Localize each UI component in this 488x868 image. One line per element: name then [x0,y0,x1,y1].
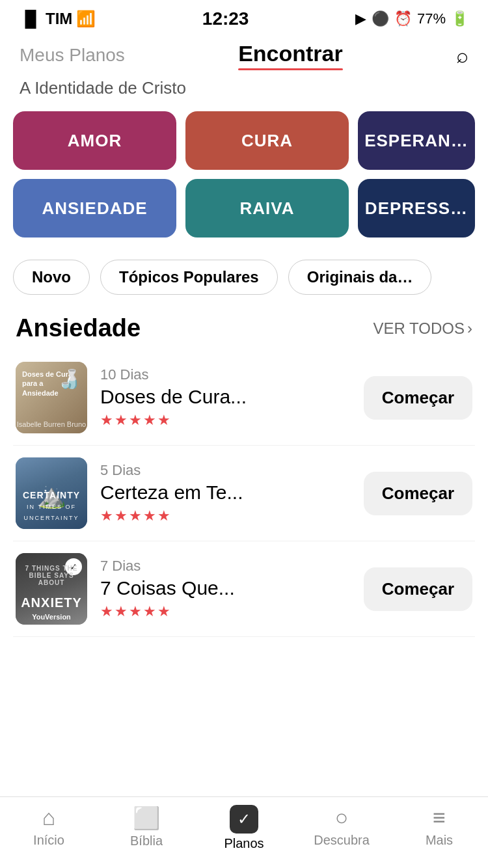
status-time: 12:23 [202,8,249,29]
category-depressao[interactable]: DEPRESS… [358,179,475,237]
status-right-icons: ▶ ⚫ ⏰ 77% 🔋 [355,10,468,27]
plan-stars-0: ★★★★★ [100,412,351,429]
filter-novo[interactable]: Novo [13,260,90,295]
plan-thumb-0: Doses de Curapara aAnsiedade 🍶 Isabelle … [16,362,87,433]
tab-planos-label: Planos [224,836,264,851]
category-cura[interactable]: CURA [185,111,349,170]
discover-icon: ○ [335,805,349,830]
plan-item-2: ✓ 7 THINGS THE BIBLE SAYS ABOUT ANXIETY … [13,541,475,637]
menu-icon: ≡ [433,805,446,830]
tab-bar: ⌂ Início ⬜ Bíblia ✓ Planos ○ Descubra ≡ … [0,796,488,868]
nav-title-underline [238,68,343,70]
bible-icon: ⬜ [133,805,160,831]
category-ansiedade[interactable]: ANSIEDADE [13,179,176,237]
tab-descubra-label: Descubra [314,833,370,848]
nav-header: Meus Planos Encontrar ⌕ [0,33,488,72]
category-raiva[interactable]: RAIVA [185,179,349,237]
thumb-certainty-label: CERTAINTYin Times of Uncertainty [21,490,82,522]
category-amor[interactable]: AMOR [13,111,176,170]
lock-icon: ⚫ [372,10,389,27]
plan-info-1: 5 Dias Certeza em Te... ★★★★★ [100,462,351,524]
tab-mais-label: Mais [426,833,453,848]
chevron-right-icon: › [467,319,472,338]
plan-stars-2: ★★★★★ [100,603,351,620]
plan-name-1: Certeza em Te... [100,481,351,504]
plan-start-button-1[interactable]: Começar [364,472,472,515]
plan-item-1: ⛰️ CERTAINTYin Times of Uncertainty 5 Di… [13,446,475,541]
plan-days-2: 7 Dias [100,558,351,575]
plan-info-2: 7 Dias 7 Coisas Que... ★★★★★ [100,558,351,620]
category-esperanca[interactable]: ESPERAN… [358,111,475,170]
category-row-1: AMOR CURA ESPERAN… [13,111,475,170]
plan-days-0: 10 Dias [100,366,351,383]
plan-item-0: Doses de Curapara aAnsiedade 🍶 Isabelle … [13,350,475,446]
nav-title: Encontrar [238,41,343,66]
thumb-youversion-label: YouVersion [16,613,87,621]
breadcrumb[interactable]: A Identidade de Cristo [0,72,488,105]
thumb-bottle-icon: 🍶 [58,368,81,390]
signal-bars: ▐▌ [20,10,42,28]
category-row-2: ANSIEDADE RAIVA DEPRESS… [13,179,475,237]
section-title: Ansiedade [16,314,141,342]
wifi-icon: 📶 [76,10,96,28]
alarm-icon: ⏰ [394,10,412,27]
plan-thumb-2: ✓ 7 THINGS THE BIBLE SAYS ABOUT ANXIETY … [16,553,87,625]
thumb-author: Isabelle Burren Bruno [16,420,87,428]
nav-title-wrapper: Encontrar [238,41,343,70]
status-bar: ▐▌ TIM 📶 12:23 ▶ ⚫ ⏰ 77% 🔋 [0,0,488,33]
home-icon: ⌂ [42,805,56,830]
tab-planos[interactable]: ✓ Planos [208,805,280,851]
filter-originais[interactable]: Originais da… [288,260,432,295]
nav-back-button[interactable]: Meus Planos [20,45,125,66]
battery-label: 77% [417,10,446,27]
plan-name-0: Doses de Cura... [100,386,351,408]
location-icon: ▶ [355,10,366,27]
carrier-signal: ▐▌ TIM 📶 [20,10,96,28]
plan-info-0: 10 Dias Doses de Cura... ★★★★★ [100,366,351,429]
plan-days-1: 5 Dias [100,462,351,479]
thumb-7things-subtitle: 7 THINGS THE BIBLE SAYS ABOUT [16,565,87,586]
tab-descubra[interactable]: ○ Descubra [306,805,377,848]
section-header: Ansiedade VER TODOS › [0,301,488,350]
tab-inicio-label: Início [33,833,64,848]
tab-inicio[interactable]: ⌂ Início [13,805,85,848]
plan-list: Doses de Curapara aAnsiedade 🍶 Isabelle … [0,350,488,637]
plan-name-2: 7 Coisas Que... [100,577,351,599]
battery-icon: 🔋 [451,10,468,27]
thumb-anxiety-label: ANXIETY [21,595,82,610]
tab-biblia[interactable]: ⬜ Bíblia [111,805,182,848]
plan-start-button-0[interactable]: Começar [364,376,472,420]
filter-pills: Novo Tópicos Populares Originais da… [0,244,488,301]
tab-biblia-label: Bíblia [130,834,163,848]
see-all-button[interactable]: VER TODOS › [373,319,472,338]
search-icon[interactable]: ⌕ [456,44,468,68]
categories-section: AMOR CURA ESPERAN… ANSIEDADE RAIVA DEPRE… [0,105,488,244]
carrier-name: TIM [46,10,72,28]
plan-stars-1: ★★★★★ [100,508,351,524]
plan-start-button-2[interactable]: Começar [364,567,472,611]
plans-check-icon: ✓ [230,805,258,834]
tab-mais[interactable]: ≡ Mais [403,805,475,848]
plan-thumb-1: ⛰️ CERTAINTYin Times of Uncertainty [16,457,87,529]
filter-topicos[interactable]: Tópicos Populares [100,260,278,295]
